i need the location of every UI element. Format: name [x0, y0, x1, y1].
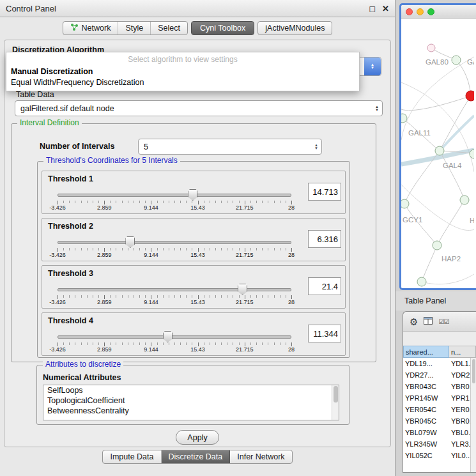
tab-discretize-data[interactable]: Discretize Data	[162, 450, 231, 463]
threshold-4-value-input[interactable]	[308, 325, 341, 342]
tab-network[interactable]: Network	[63, 22, 119, 35]
combo-arrows-icon[interactable]: ▲▼	[372, 105, 382, 112]
tick-label: 28	[288, 299, 295, 305]
table-row[interactable]: YDL19...YDL1...	[403, 358, 476, 369]
node-label-partial-h: H	[470, 217, 474, 224]
list-scrollbar[interactable]	[332, 385, 339, 420]
list-item[interactable]: SelfLoops	[43, 385, 339, 395]
threshold-3-value-input[interactable]	[308, 277, 341, 295]
numerical-attributes-listbox[interactable]: SelfLoopsTopologicalCoefficientBetweenne…	[43, 385, 339, 420]
thresholds-legend: Threshold's Coordinates for 5 Intervals	[43, 156, 180, 165]
column-header-name[interactable]: n...	[449, 346, 476, 358]
threshold-1-slider-thumb[interactable]	[188, 189, 197, 201]
slider-track[interactable]	[58, 288, 291, 291]
threshold-1-label: Threshold 1	[48, 174, 93, 183]
tab-jactivemnodules[interactable]: jActiveMNodules	[258, 22, 332, 35]
network-node[interactable]	[401, 114, 407, 123]
table-cell: YBR045C	[403, 417, 449, 425]
node-label-gal4: GAL4	[443, 162, 462, 169]
table-header-row: shared... n...	[403, 346, 476, 358]
threshold-3-slider[interactable]	[58, 284, 291, 295]
number-of-intervals-combobox[interactable]: 5 ▲▼	[138, 139, 322, 155]
slider-track[interactable]	[58, 335, 291, 339]
table-body[interactable]: YDL19...YDL1...YDR27...YDR2...YBR043CYBR…	[403, 358, 476, 473]
close-traffic-light-icon[interactable]	[406, 8, 413, 15]
columns-icon[interactable]	[424, 316, 433, 327]
network-node[interactable]	[452, 56, 461, 65]
slider-track[interactable]	[58, 194, 291, 197]
network-nodes	[401, 44, 474, 286]
threshold-1-slider[interactable]	[58, 189, 291, 201]
table-scrollbar-thumb[interactable]	[472, 359, 475, 383]
slider-track[interactable]	[58, 241, 291, 244]
tick-label: 2.859	[97, 252, 112, 258]
select-columns-icon[interactable]: ☑☑	[438, 318, 449, 325]
interval-definition-legend: Interval Definition	[17, 118, 82, 127]
threshold-1-value-input[interactable]	[308, 183, 341, 201]
table-row[interactable]: YDR27...YDR2...	[403, 369, 476, 381]
network-node[interactable]	[427, 44, 435, 52]
table-data-combobox[interactable]: galFiltered.sif default node ▲▼	[15, 100, 383, 116]
list-item[interactable]: BetweennessCentrality	[43, 406, 339, 416]
tab-select[interactable]: Select	[151, 22, 187, 35]
table-row[interactable]: YPR145WYPR1...	[403, 392, 476, 404]
table-toolbar-spacer	[403, 332, 476, 346]
table-row[interactable]: YBR043CYBR0...	[403, 381, 476, 392]
tick-label: 9.144	[144, 299, 158, 305]
minimize-traffic-light-icon[interactable]	[417, 8, 424, 15]
network-node-selected[interactable]	[466, 91, 474, 101]
gear-icon[interactable]: ⚙	[410, 317, 418, 326]
tick-label: 21.715	[236, 346, 254, 353]
network-node[interactable]	[417, 277, 426, 286]
cyni-toolbox-panel: Discretization Algorithm ▲▼ Select algor…	[4, 40, 391, 447]
minimize-icon[interactable]: ◻	[369, 4, 376, 13]
table-cell: YDR27...	[403, 371, 449, 379]
popup-item-manual-discretization[interactable]: Manual Discretization	[6, 66, 359, 77]
table-row[interactable]: YER054CYER0...	[403, 404, 476, 415]
tab-cyni-toolbox[interactable]: Cyni Toolbox	[191, 21, 254, 35]
threshold-2-label: Threshold 2	[48, 222, 93, 231]
threshold-4-slider[interactable]	[58, 331, 291, 342]
apply-button[interactable]: Apply	[176, 430, 219, 445]
combo-arrows-icon[interactable]: ▲▼	[311, 144, 321, 150]
threshold-2-slider-thumb[interactable]	[125, 236, 135, 248]
node-label-partial-right: GA	[467, 58, 474, 66]
popup-item-equal-width[interactable]: Equal Width/Frequency Discretization	[6, 77, 359, 88]
table-row[interactable]: YBR045CYBR0...	[403, 415, 476, 427]
threshold-4-panel: Threshold 4 -3.4262.8599.14415.4321.7152…	[42, 312, 346, 356]
table-row[interactable]: YIL052CYIL0...	[403, 450, 476, 461]
list-item[interactable]: TopologicalCoefficient	[43, 395, 339, 406]
top-tab-bar: Network Style Select Cyni Toolbox jActiv…	[0, 21, 395, 35]
threshold-2-value-input[interactable]	[308, 230, 341, 248]
combo-arrows-icon[interactable]: ▲▼	[364, 58, 381, 75]
column-header-shared[interactable]: shared...	[403, 346, 449, 358]
tab-jactive-group: jActiveMNodules	[257, 21, 332, 35]
tick-label: 2.859	[97, 299, 112, 305]
close-icon[interactable]: ✕	[382, 4, 389, 13]
tab-impute-data[interactable]: Impute Data	[103, 450, 161, 463]
threshold-3-slider-thumb[interactable]	[238, 284, 247, 295]
tab-infer-network[interactable]: Infer Network	[230, 450, 291, 463]
table-row[interactable]: YBL079WYBL0...	[403, 427, 476, 438]
network-node[interactable]	[460, 196, 469, 204]
network-canvas[interactable]: GAL80 GA GAL11 GAL4 GCY1 H HAP2	[401, 19, 476, 288]
network-node[interactable]	[401, 199, 409, 208]
threshold-2-slider[interactable]	[58, 236, 291, 248]
table-row[interactable]: YLR345WYLR3...	[403, 438, 476, 450]
tick-label: 21.715	[236, 204, 254, 211]
slider-tick-labels: -3.4262.8599.14415.4321.71528	[58, 204, 291, 211]
table-cell: YBR043C	[403, 383, 449, 390]
network-node[interactable]	[433, 241, 441, 250]
threshold-4-slider-thumb[interactable]	[163, 331, 173, 342]
table-scrollbar[interactable]	[470, 358, 476, 473]
table-data-label: Table Data	[16, 90, 54, 99]
list-scrollbar-thumb[interactable]	[334, 386, 338, 403]
thresholds-group: Threshold's Coordinates for 5 Intervals …	[37, 161, 350, 358]
network-view-window: GAL80 GA GAL11 GAL4 GCY1 H HAP2	[399, 3, 476, 290]
zoom-traffic-light-icon[interactable]	[427, 8, 434, 15]
table-cell: YPR145W	[403, 394, 449, 402]
popup-header: Select algorithm to view settings	[6, 52, 359, 66]
tab-style[interactable]: Style	[118, 22, 151, 35]
threshold-3-label: Threshold 3	[48, 269, 93, 278]
network-node[interactable]	[435, 146, 444, 155]
